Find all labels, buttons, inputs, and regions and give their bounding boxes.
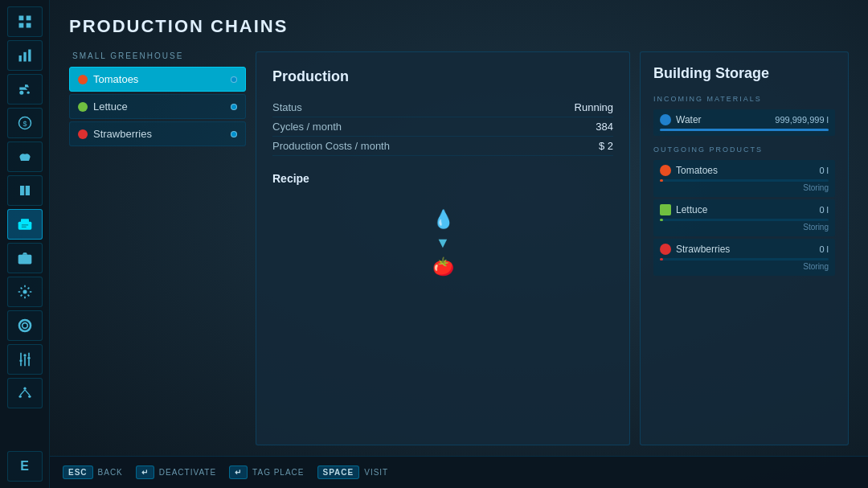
cycles-value: 384 (596, 121, 613, 133)
strawberry-dot (78, 129, 88, 139)
lettuce-label: Lettuce (93, 100, 128, 113)
storage-strawberries-name: Strawberries (676, 244, 730, 255)
sidebar-item-tractor[interactable] (7, 74, 43, 105)
production-list: Tomatoes Lettuce Strawberries (69, 67, 246, 146)
incoming-materials-label: INCOMING MATERIALS (653, 95, 835, 103)
water-amount: 999,999,999 l (775, 115, 829, 125)
svg-rect-1 (26, 16, 31, 21)
tomatoes-amount: 0 l (819, 166, 829, 175)
storage-tomatoes: Tomatoes 0 l Storing (653, 160, 835, 197)
lettuce-dot (78, 102, 88, 112)
production-item-strawberries[interactable]: Strawberries (69, 121, 246, 146)
tomatoes-progress-fill (660, 179, 663, 182)
status-value: Running (575, 101, 613, 113)
sidebar-item-e[interactable]: E (7, 451, 43, 482)
deactivate-btn[interactable]: ↵ DEACTIVATE (136, 465, 216, 479)
storage-water: Water 999,999,999 l (653, 109, 835, 136)
storage-strawberry-icon (660, 244, 671, 255)
tag-place-btn[interactable]: ↵ TAG PLACE (229, 465, 304, 479)
building-storage-title: Building Storage (653, 65, 835, 82)
svg-point-23 (19, 359, 22, 362)
sidebar-item-network[interactable] (7, 378, 43, 408)
svg-point-26 (27, 357, 30, 359)
recipe-arrow-icon: ▼ (436, 235, 450, 252)
sidebar-item-animal[interactable] (7, 141, 43, 172)
sidebar-item-settings[interactable] (7, 310, 43, 341)
recipe-title: Recipe (272, 172, 613, 185)
sidebar-item-gear2[interactable] (7, 277, 43, 307)
lettuce-progress-fill (660, 219, 663, 221)
svg-line-33 (25, 390, 30, 396)
svg-rect-0 (18, 16, 23, 21)
svg-rect-5 (23, 52, 26, 62)
strawberries-amount: 0 l (819, 244, 829, 254)
sidebar-item-production[interactable] (7, 209, 43, 240)
svg-point-29 (23, 388, 26, 390)
water-progress-fill (660, 129, 829, 131)
costs-label: Production Costs / month (272, 140, 390, 152)
svg-point-7 (19, 91, 23, 95)
storage-lettuce-name: Lettuce (676, 204, 707, 215)
tag-place-label: TAG PLACE (252, 468, 304, 477)
strawberries-indicator (231, 131, 237, 137)
status-label: Status (272, 101, 302, 113)
svg-point-21 (23, 354, 26, 356)
sidebar-item-camera[interactable] (7, 243, 43, 273)
left-panel: Small Greenhouse Tomatoes Lettuce (69, 51, 246, 445)
sidebar: $ E (0, 0, 50, 488)
stat-status: Status Running (272, 98, 613, 117)
visit-label: VISIT (364, 468, 388, 477)
cycles-label: Cycles / month (272, 121, 342, 133)
production-title: Production (272, 68, 613, 85)
strawberries-progress-bar (660, 258, 829, 260)
svg-rect-6 (28, 50, 31, 62)
strawberries-progress-fill (660, 258, 663, 260)
svg-rect-3 (26, 23, 31, 28)
lettuce-amount: 0 l (819, 205, 829, 215)
sidebar-item-filters[interactable] (7, 344, 43, 375)
back-label: BACK (98, 468, 123, 477)
esc-back-btn[interactable]: ESC BACK (63, 465, 123, 479)
water-icon (660, 114, 671, 125)
svg-rect-2 (18, 23, 23, 28)
svg-point-12 (26, 154, 28, 157)
lettuce-progress-bar (660, 219, 829, 221)
storage-strawberries: Strawberries 0 l Storing (653, 239, 835, 276)
storage-lettuce-icon (660, 204, 671, 215)
tomatoes-status: Storing (660, 183, 829, 192)
recipe-input-icon: 💧 (432, 209, 454, 230)
space-badge: SPACE (317, 465, 360, 479)
page-title: PRODUCTION CHAINS (69, 16, 849, 37)
outgoing-products-label: OUTGOING PRODUCTS (653, 146, 835, 154)
esc-badge: ESC (63, 465, 93, 479)
storage-lettuce: Lettuce 0 l Storing (653, 199, 835, 236)
visit-btn[interactable]: SPACE VISIT (317, 465, 389, 479)
sidebar-item-book[interactable] (7, 175, 43, 206)
panels-row: Small Greenhouse Tomatoes Lettuce (69, 51, 849, 445)
lettuce-indicator (231, 104, 237, 110)
strawberries-status: Storing (660, 262, 829, 271)
bottom-bar: ESC BACK ↵ DEACTIVATE ↵ TAG PLACE SPACE … (50, 456, 868, 488)
storage-panel: Building Storage INCOMING MATERIALS Wate… (640, 51, 849, 445)
sidebar-item-money[interactable]: $ (7, 108, 43, 138)
costs-value: $ 2 (599, 140, 613, 152)
tomatoes-indicator (231, 76, 237, 83)
strawberries-label: Strawberries (93, 128, 152, 140)
tomato-dot (78, 75, 88, 84)
svg-point-31 (28, 396, 31, 398)
storage-tomatoes-name: Tomatoes (676, 165, 718, 176)
svg-point-8 (27, 92, 29, 94)
sidebar-item-stats[interactable] (7, 40, 43, 71)
small-greenhouse-label: Small Greenhouse (69, 51, 246, 60)
water-name: Water (676, 114, 702, 125)
stat-cycles: Cycles / month 384 (272, 117, 613, 137)
lettuce-status: Storing (660, 223, 829, 232)
recipe-output-icon: 🍅 (432, 256, 454, 277)
svg-rect-4 (18, 55, 21, 62)
enter-tag-badge: ↵ (229, 465, 248, 479)
production-item-lettuce[interactable]: Lettuce (69, 94, 246, 119)
sidebar-item-overview[interactable] (7, 6, 43, 37)
production-item-tomatoes[interactable]: Tomatoes (69, 67, 246, 92)
svg-point-30 (18, 396, 21, 398)
stat-costs: Production Costs / month $ 2 (272, 137, 613, 156)
